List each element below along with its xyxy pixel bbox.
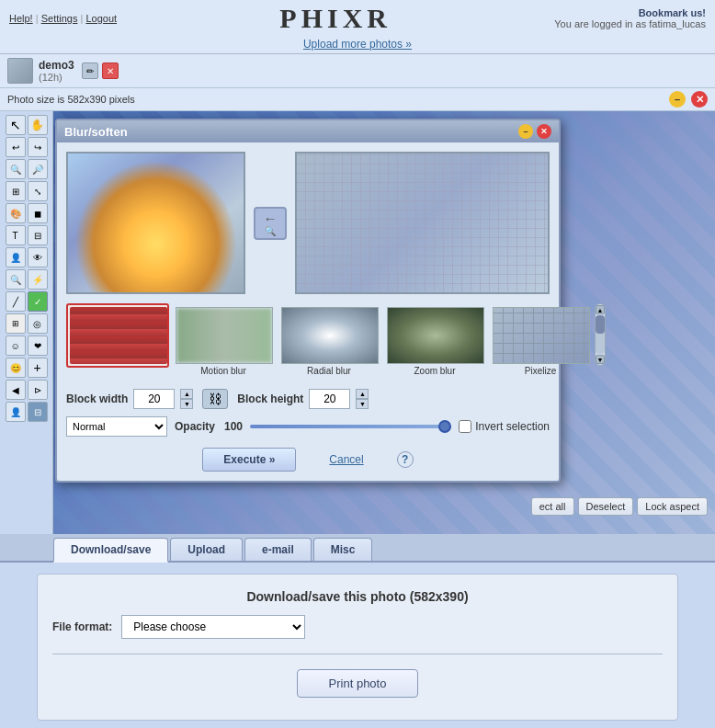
preview-arrow: ← 🔍 <box>253 207 288 240</box>
tool-zoom-out[interactable]: 🔎 <box>28 159 48 179</box>
effects-scrollbar[interactable]: ▲ ▼ <box>595 303 606 366</box>
cancel-button[interactable]: Cancel <box>314 449 378 471</box>
help-link[interactable]: Help! <box>9 13 33 24</box>
tool-layers2[interactable]: ⊟ <box>28 402 48 422</box>
download-section: Download/save this photo (582x390) File … <box>37 574 678 721</box>
tool-zoom-in[interactable]: 🔍 <box>6 159 26 179</box>
tool-palette[interactable]: ◼ <box>28 203 48 223</box>
block-height-up[interactable]: ▲ <box>356 389 369 399</box>
bottom-panel: Download/save Upload e-mail Misc Downloa… <box>0 534 715 721</box>
execute-button[interactable]: Execute » <box>202 448 296 472</box>
tool-smiley[interactable]: ☺ <box>6 336 26 356</box>
user-info: demo3 (12h) <box>39 59 74 83</box>
block-height-down[interactable]: ▼ <box>356 399 369 409</box>
canvas-area: Blur/soften – ✕ ← <box>53 111 715 534</box>
username: demo3 <box>39 59 74 72</box>
divider <box>52 654 663 654</box>
user-avatar <box>7 58 33 84</box>
tab-email[interactable]: e-mail <box>244 538 312 561</box>
tool-text[interactable]: T <box>6 225 26 245</box>
opacity-slider-handle[interactable] <box>438 420 451 433</box>
dialog-minimize-btn[interactable]: – <box>518 124 533 139</box>
opacity-slider-track[interactable] <box>250 425 451 428</box>
file-format-label: File format: <box>52 620 112 633</box>
tool-search[interactable]: 🔍 <box>6 269 26 290</box>
dialog-titlebar[interactable]: Blur/soften – ✕ <box>57 120 559 142</box>
deselect-btn[interactable]: Deselect <box>578 497 634 516</box>
effect-zoom-blur[interactable]: Zoom blur <box>383 303 486 380</box>
block-width-up[interactable]: ▲ <box>180 389 193 399</box>
tool-undo[interactable]: ↩ <box>6 137 26 157</box>
dialog-close-btn[interactable]: ✕ <box>537 124 551 139</box>
tool-resize[interactable]: ⤡ <box>28 181 48 201</box>
download-title: Download/save this photo (582x390) <box>52 589 663 604</box>
tool-add[interactable]: + <box>28 358 48 378</box>
tool-person[interactable]: 👤 <box>6 402 26 422</box>
effect-pixelize-label: Pixelize <box>493 366 588 376</box>
effect-zoom-blur-label: Zoom blur <box>387 366 482 376</box>
print-photo-button[interactable]: Print photo <box>297 669 419 698</box>
tab-download-save[interactable]: Download/save <box>53 538 168 563</box>
logged-in-text: You are logged in as fatima_lucas <box>554 18 706 29</box>
tool-pattern[interactable]: ⊞ <box>6 313 26 334</box>
scroll-up-btn[interactable]: ▲ <box>596 305 605 314</box>
blend-mode-select[interactable]: Normal <box>66 416 167 437</box>
preview-before <box>66 152 245 294</box>
lock-aspect-btn[interactable]: Lock aspect <box>637 497 708 516</box>
left-toolbar: ↖ ✋ ↩ ↪ 🔍 🔎 ⊞ ⤡ 🎨 ◼ T ⊟ 👤 👁 🔍 ⚡ <box>0 111 53 534</box>
effect-radial-blur-label: Radial blur <box>281 366 377 376</box>
tool-layers[interactable]: ⊟ <box>28 225 48 245</box>
select-all-btn[interactable]: ect all <box>531 497 574 516</box>
tab-misc[interactable]: Misc <box>313 538 373 561</box>
help-button[interactable]: ? <box>397 451 414 468</box>
logout-link[interactable]: Logout <box>85 13 117 24</box>
chain-link-icon[interactable]: ⛓ <box>202 389 228 409</box>
user-delete-icon[interactable]: ✕ <box>102 63 119 79</box>
tool-crop[interactable]: ⊞ <box>6 181 26 201</box>
photo-info-bar: Photo size is 582x390 pixels – ✕ <box>0 88 715 111</box>
tool-brush[interactable]: ╱ <box>6 291 26 312</box>
tool-arrow[interactable]: ↖ <box>6 115 26 135</box>
effect-selected[interactable] <box>66 303 169 368</box>
tool-hand[interactable]: ✋ <box>28 115 48 135</box>
tabs-bar: Download/save Upload e-mail Misc <box>0 534 715 563</box>
invert-selection-label: Invert selection <box>475 420 550 433</box>
close-window-btn[interactable]: ✕ <box>691 91 708 108</box>
block-width-label: Block width <box>66 392 128 405</box>
tool-eye[interactable]: 👁 <box>28 247 48 267</box>
minimize-window-btn[interactable]: – <box>669 91 686 108</box>
effect-pixelize[interactable]: Pixelize <box>489 303 592 380</box>
tool-face[interactable]: 👤 <box>6 247 26 267</box>
tool-green[interactable]: ✓ <box>28 291 48 312</box>
scroll-down-btn[interactable]: ▼ <box>596 355 605 364</box>
block-width-down[interactable]: ▼ <box>180 399 193 409</box>
user-edit-icon[interactable]: ✏ <box>82 63 98 79</box>
settings-link[interactable]: Settings <box>41 13 78 24</box>
bookmark-text: Bookmark us! <box>554 7 706 18</box>
block-height-input[interactable] <box>309 389 350 409</box>
dialog-title: Blur/soften <box>64 125 128 139</box>
tool-redo[interactable]: ↪ <box>28 137 48 157</box>
effect-radial-blur[interactable]: Radial blur <box>278 303 380 380</box>
user-time: (12h) <box>39 72 74 83</box>
tool-nav2[interactable]: ⊳ <box>28 380 48 400</box>
blur-soften-dialog: Blur/soften – ✕ ← <box>55 119 561 483</box>
tool-nav1[interactable]: ◀ <box>6 380 26 400</box>
upload-link[interactable]: Upload more photos » <box>0 37 715 53</box>
opacity-label: Opacity <box>175 420 215 433</box>
block-height-label: Block height <box>237 392 303 405</box>
tool-magic[interactable]: ⚡ <box>28 269 48 290</box>
header-right: Bookmark us! You are logged in as fatima… <box>554 7 706 29</box>
tab-upload[interactable]: Upload <box>170 538 243 561</box>
file-format-select[interactable]: Please choose <box>121 615 305 639</box>
invert-selection-checkbox[interactable] <box>459 420 471 433</box>
opacity-value: 100 <box>224 420 243 433</box>
preview-after <box>295 152 550 294</box>
tool-stamp[interactable]: ◎ <box>28 313 48 334</box>
block-width-input[interactable] <box>133 389 175 409</box>
tool-heart[interactable]: ❤ <box>28 336 48 356</box>
tool-color[interactable]: 🎨 <box>6 203 26 223</box>
scroll-thumb[interactable] <box>596 315 605 334</box>
tool-face2[interactable]: 😊 <box>6 358 26 378</box>
effect-motion-blur[interactable]: Motion blur <box>172 303 275 380</box>
